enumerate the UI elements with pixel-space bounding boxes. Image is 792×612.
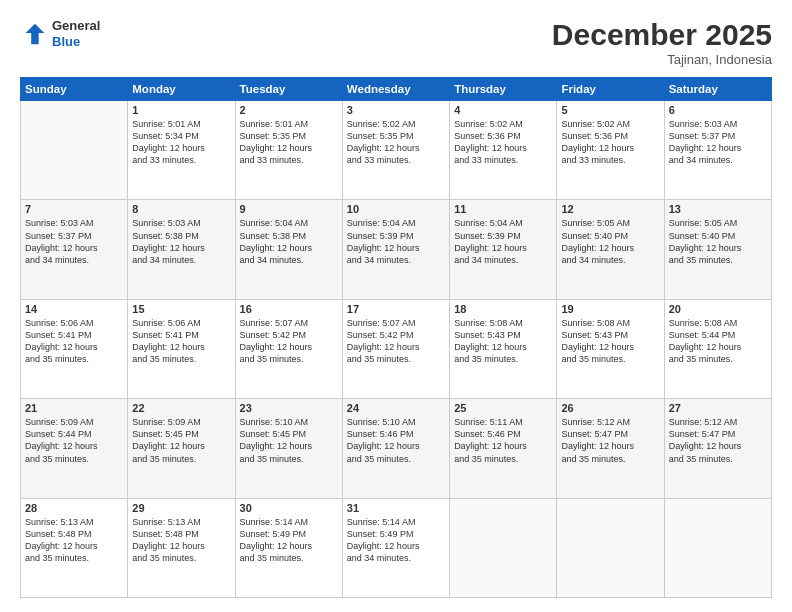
- cell-info: Sunrise: 5:06 AMSunset: 5:41 PMDaylight:…: [132, 317, 230, 366]
- cell-info: Sunrise: 5:04 AMSunset: 5:39 PMDaylight:…: [454, 217, 552, 266]
- cell-info: Sunrise: 5:12 AMSunset: 5:47 PMDaylight:…: [669, 416, 767, 465]
- day-number: 31: [347, 502, 445, 514]
- day-number: 29: [132, 502, 230, 514]
- day-number: 26: [561, 402, 659, 414]
- day-number: 19: [561, 303, 659, 315]
- cell-info: Sunrise: 5:02 AMSunset: 5:36 PMDaylight:…: [561, 118, 659, 167]
- day-number: 6: [669, 104, 767, 116]
- title-block: December 2025 Tajinan, Indonesia: [552, 18, 772, 67]
- cell-info: Sunrise: 5:14 AMSunset: 5:49 PMDaylight:…: [347, 516, 445, 565]
- calendar-cell: 12Sunrise: 5:05 AMSunset: 5:40 PMDayligh…: [557, 200, 664, 299]
- cell-info: Sunrise: 5:04 AMSunset: 5:39 PMDaylight:…: [347, 217, 445, 266]
- calendar-cell: 26Sunrise: 5:12 AMSunset: 5:47 PMDayligh…: [557, 399, 664, 498]
- location: Tajinan, Indonesia: [552, 52, 772, 67]
- calendar-cell: 10Sunrise: 5:04 AMSunset: 5:39 PMDayligh…: [342, 200, 449, 299]
- day-number: 3: [347, 104, 445, 116]
- cell-info: Sunrise: 5:06 AMSunset: 5:41 PMDaylight:…: [25, 317, 123, 366]
- cell-info: Sunrise: 5:04 AMSunset: 5:38 PMDaylight:…: [240, 217, 338, 266]
- page: General Blue December 2025 Tajinan, Indo…: [0, 0, 792, 612]
- calendar-body: 1Sunrise: 5:01 AMSunset: 5:34 PMDaylight…: [21, 101, 772, 598]
- day-number: 27: [669, 402, 767, 414]
- cell-info: Sunrise: 5:01 AMSunset: 5:35 PMDaylight:…: [240, 118, 338, 167]
- cell-info: Sunrise: 5:08 AMSunset: 5:43 PMDaylight:…: [561, 317, 659, 366]
- day-number: 22: [132, 402, 230, 414]
- calendar-cell: 22Sunrise: 5:09 AMSunset: 5:45 PMDayligh…: [128, 399, 235, 498]
- calendar-cell: [21, 101, 128, 200]
- day-number: 20: [669, 303, 767, 315]
- day-number: 23: [240, 402, 338, 414]
- header-thursday: Thursday: [450, 78, 557, 101]
- cell-info: Sunrise: 5:01 AMSunset: 5:34 PMDaylight:…: [132, 118, 230, 167]
- day-number: 11: [454, 203, 552, 215]
- cell-info: Sunrise: 5:03 AMSunset: 5:37 PMDaylight:…: [669, 118, 767, 167]
- day-number: 4: [454, 104, 552, 116]
- day-number: 17: [347, 303, 445, 315]
- logo-text: General Blue: [52, 18, 100, 49]
- day-number: 2: [240, 104, 338, 116]
- calendar-cell: 24Sunrise: 5:10 AMSunset: 5:46 PMDayligh…: [342, 399, 449, 498]
- cell-info: Sunrise: 5:02 AMSunset: 5:35 PMDaylight:…: [347, 118, 445, 167]
- cell-info: Sunrise: 5:14 AMSunset: 5:49 PMDaylight:…: [240, 516, 338, 565]
- header-wednesday: Wednesday: [342, 78, 449, 101]
- day-number: 16: [240, 303, 338, 315]
- cell-info: Sunrise: 5:03 AMSunset: 5:38 PMDaylight:…: [132, 217, 230, 266]
- logo-icon: [20, 20, 48, 48]
- cell-info: Sunrise: 5:07 AMSunset: 5:42 PMDaylight:…: [240, 317, 338, 366]
- cell-info: Sunrise: 5:05 AMSunset: 5:40 PMDaylight:…: [669, 217, 767, 266]
- calendar-cell: 19Sunrise: 5:08 AMSunset: 5:43 PMDayligh…: [557, 299, 664, 398]
- cell-info: Sunrise: 5:07 AMSunset: 5:42 PMDaylight:…: [347, 317, 445, 366]
- calendar-cell: 16Sunrise: 5:07 AMSunset: 5:42 PMDayligh…: [235, 299, 342, 398]
- day-number: 18: [454, 303, 552, 315]
- day-number: 5: [561, 104, 659, 116]
- header: General Blue December 2025 Tajinan, Indo…: [20, 18, 772, 67]
- cell-info: Sunrise: 5:10 AMSunset: 5:46 PMDaylight:…: [347, 416, 445, 465]
- day-number: 8: [132, 203, 230, 215]
- calendar-cell: 9Sunrise: 5:04 AMSunset: 5:38 PMDaylight…: [235, 200, 342, 299]
- calendar-row-1: 7Sunrise: 5:03 AMSunset: 5:37 PMDaylight…: [21, 200, 772, 299]
- calendar-cell: 14Sunrise: 5:06 AMSunset: 5:41 PMDayligh…: [21, 299, 128, 398]
- calendar-cell: 30Sunrise: 5:14 AMSunset: 5:49 PMDayligh…: [235, 498, 342, 597]
- calendar-cell: 8Sunrise: 5:03 AMSunset: 5:38 PMDaylight…: [128, 200, 235, 299]
- cell-info: Sunrise: 5:09 AMSunset: 5:45 PMDaylight:…: [132, 416, 230, 465]
- day-number: 28: [25, 502, 123, 514]
- calendar-cell: 7Sunrise: 5:03 AMSunset: 5:37 PMDaylight…: [21, 200, 128, 299]
- calendar-table: SundayMondayTuesdayWednesdayThursdayFrid…: [20, 77, 772, 598]
- cell-info: Sunrise: 5:10 AMSunset: 5:45 PMDaylight:…: [240, 416, 338, 465]
- day-number: 14: [25, 303, 123, 315]
- calendar-cell: 27Sunrise: 5:12 AMSunset: 5:47 PMDayligh…: [664, 399, 771, 498]
- cell-info: Sunrise: 5:11 AMSunset: 5:46 PMDaylight:…: [454, 416, 552, 465]
- cell-info: Sunrise: 5:08 AMSunset: 5:44 PMDaylight:…: [669, 317, 767, 366]
- day-number: 9: [240, 203, 338, 215]
- calendar-cell: 20Sunrise: 5:08 AMSunset: 5:44 PMDayligh…: [664, 299, 771, 398]
- calendar-header-row: SundayMondayTuesdayWednesdayThursdayFrid…: [21, 78, 772, 101]
- cell-info: Sunrise: 5:13 AMSunset: 5:48 PMDaylight:…: [132, 516, 230, 565]
- calendar-cell: 29Sunrise: 5:13 AMSunset: 5:48 PMDayligh…: [128, 498, 235, 597]
- month-title: December 2025: [552, 18, 772, 52]
- cell-info: Sunrise: 5:08 AMSunset: 5:43 PMDaylight:…: [454, 317, 552, 366]
- cell-info: Sunrise: 5:13 AMSunset: 5:48 PMDaylight:…: [25, 516, 123, 565]
- logo-blue: Blue: [52, 34, 100, 50]
- cell-info: Sunrise: 5:12 AMSunset: 5:47 PMDaylight:…: [561, 416, 659, 465]
- calendar-cell: [450, 498, 557, 597]
- calendar-cell: 31Sunrise: 5:14 AMSunset: 5:49 PMDayligh…: [342, 498, 449, 597]
- day-number: 24: [347, 402, 445, 414]
- calendar-row-3: 21Sunrise: 5:09 AMSunset: 5:44 PMDayligh…: [21, 399, 772, 498]
- header-saturday: Saturday: [664, 78, 771, 101]
- cell-info: Sunrise: 5:03 AMSunset: 5:37 PMDaylight:…: [25, 217, 123, 266]
- calendar-cell: 21Sunrise: 5:09 AMSunset: 5:44 PMDayligh…: [21, 399, 128, 498]
- day-number: 10: [347, 203, 445, 215]
- calendar-cell: 25Sunrise: 5:11 AMSunset: 5:46 PMDayligh…: [450, 399, 557, 498]
- day-number: 7: [25, 203, 123, 215]
- calendar-row-2: 14Sunrise: 5:06 AMSunset: 5:41 PMDayligh…: [21, 299, 772, 398]
- calendar-cell: 11Sunrise: 5:04 AMSunset: 5:39 PMDayligh…: [450, 200, 557, 299]
- day-number: 21: [25, 402, 123, 414]
- calendar-cell: [557, 498, 664, 597]
- cell-info: Sunrise: 5:02 AMSunset: 5:36 PMDaylight:…: [454, 118, 552, 167]
- calendar-cell: 3Sunrise: 5:02 AMSunset: 5:35 PMDaylight…: [342, 101, 449, 200]
- calendar-cell: 1Sunrise: 5:01 AMSunset: 5:34 PMDaylight…: [128, 101, 235, 200]
- calendar-cell: 4Sunrise: 5:02 AMSunset: 5:36 PMDaylight…: [450, 101, 557, 200]
- calendar-cell: 2Sunrise: 5:01 AMSunset: 5:35 PMDaylight…: [235, 101, 342, 200]
- day-number: 13: [669, 203, 767, 215]
- calendar-cell: 28Sunrise: 5:13 AMSunset: 5:48 PMDayligh…: [21, 498, 128, 597]
- day-number: 1: [132, 104, 230, 116]
